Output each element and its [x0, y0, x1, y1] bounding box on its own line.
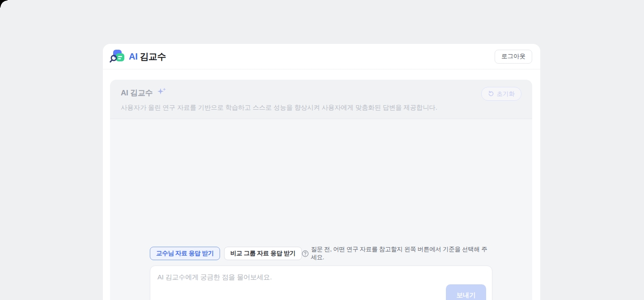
chat-area: 교수님 자료 응답 받기 비교 그룹 자료 응답 받기 질문 전, 어떤 연구: [110, 119, 532, 300]
panel-title: AI 김교수: [121, 88, 153, 98]
source-button-professor[interactable]: 교수님 자료 응답 받기: [150, 247, 220, 260]
page: AI김교수 로그아웃 AI 김교수 사용자가 올린 연구 자료를 기반으로 학습…: [0, 0, 644, 300]
window-corner-artifact: [0, 0, 8, 8]
sparkles-icon: [157, 87, 167, 98]
logout-button[interactable]: 로그아웃: [495, 50, 532, 64]
source-controls: 교수님 자료 응답 받기 비교 그룹 자료 응답 받기 질문 전, 어떤 연구: [150, 247, 492, 260]
send-button[interactable]: 보내기: [446, 284, 486, 300]
source-hint-text: 질문 전, 어떤 연구 자료를 참고할지 왼쪽 버튼에서 기준을 선택해 주세요…: [311, 245, 492, 261]
source-button-comparison-group[interactable]: 비교 그룹 자료 응답 받기: [224, 247, 302, 260]
app-title: AI김교수: [129, 51, 166, 63]
reset-button[interactable]: 초기화: [481, 87, 522, 101]
chat-panel: AI 김교수 사용자가 올린 연구 자료를 기반으로 학습하고 스스로 성능을 …: [110, 80, 532, 300]
search-chat-logo-icon: [109, 49, 126, 64]
source-hint: 질문 전, 어떤 연구 자료를 참고할지 왼쪽 버튼에서 기준을 선택해 주세요…: [302, 245, 492, 261]
app-container: AI김교수 로그아웃 AI 김교수 사용자가 올린 연구 자료를 기반으로 학습…: [103, 44, 540, 300]
message-composer: 보내기: [150, 266, 492, 300]
composer-column: 교수님 자료 응답 받기 비교 그룹 자료 응답 받기 질문 전, 어떤 연구: [150, 247, 492, 300]
message-input[interactable]: [157, 273, 426, 300]
panel-description: 사용자가 올린 연구 자료를 기반으로 학습하고 스스로 성능을 향상시켜 사용…: [121, 103, 437, 112]
top-bar: AI김교수 로그아웃: [103, 44, 540, 69]
question-circle-icon: [302, 250, 309, 257]
panel-title-row: AI 김교수: [121, 87, 167, 98]
app-title-suffix: 김교수: [140, 51, 166, 61]
panel-header: AI 김교수 사용자가 올린 연구 자료를 기반으로 학습하고 스스로 성능을 …: [110, 80, 532, 119]
brand: AI김교수: [109, 49, 166, 64]
app-title-prefix: AI: [129, 51, 137, 61]
undo-icon: [488, 90, 494, 98]
reset-button-label: 초기화: [497, 90, 515, 98]
